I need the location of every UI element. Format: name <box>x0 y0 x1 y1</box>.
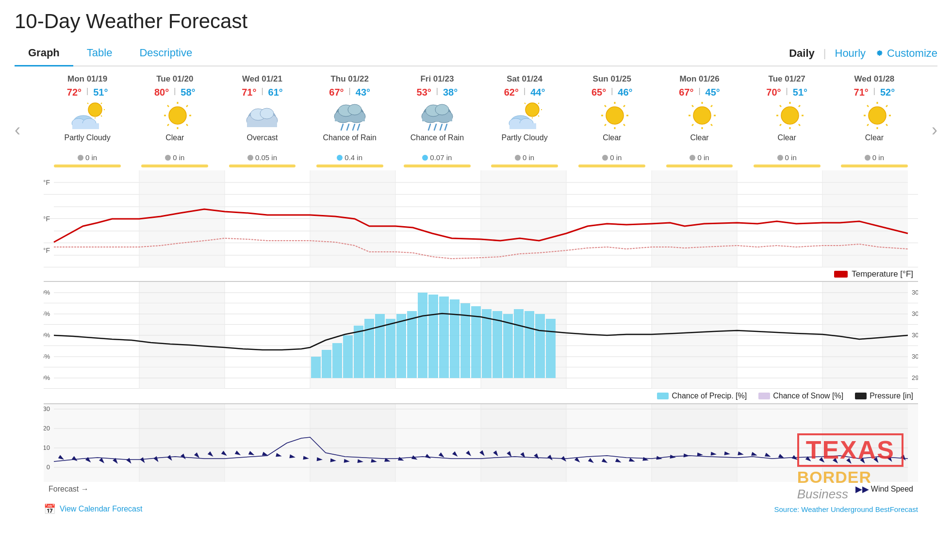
temps-7: 67° | 45° <box>679 87 720 98</box>
svg-rect-143 <box>311 357 321 378</box>
svg-marker-229 <box>615 458 622 464</box>
weather-icon-6 <box>594 101 629 130</box>
svg-text:0%: 0% <box>44 374 50 381</box>
tab-descriptive[interactable]: Descriptive <box>126 41 206 66</box>
svg-text:40 °F: 40 °F <box>44 247 50 254</box>
tab-table[interactable]: Table <box>73 41 126 66</box>
temp-hi-9: 71° <box>854 87 869 98</box>
svg-text:100%: 100% <box>44 289 50 296</box>
svg-text:75%: 75% <box>44 310 50 317</box>
precip-amount-5: 0 in <box>523 153 534 162</box>
svg-marker-228 <box>602 459 608 465</box>
svg-marker-204 <box>276 453 282 458</box>
svg-rect-159 <box>482 309 492 378</box>
precip-2: 0.05 in <box>247 153 277 162</box>
svg-text:30.13: 30.13 <box>912 331 918 339</box>
svg-line-91 <box>886 124 887 126</box>
weather-icon-4 <box>420 101 455 130</box>
temps-3: 67° | 43° <box>329 87 370 98</box>
footer: 📅 View Calendar Forecast Source: Weather… <box>44 503 918 515</box>
day-name-7: Mon 01/26 <box>679 74 719 84</box>
svg-rect-149 <box>375 314 385 378</box>
nav-left-arrow[interactable]: ‹ <box>15 120 20 140</box>
svg-rect-106 <box>139 170 225 267</box>
hourly-view-link[interactable]: Hourly <box>835 47 866 60</box>
precip-9: 0 in <box>865 153 884 162</box>
svg-rect-169 <box>652 404 737 482</box>
svg-point-75 <box>781 107 799 124</box>
svg-rect-146 <box>343 335 353 378</box>
svg-line-72 <box>692 124 693 126</box>
temp-lo-7: 45° <box>706 87 720 98</box>
condition-5: Partly Cloudy <box>502 133 548 151</box>
svg-text:20: 20 <box>44 425 50 432</box>
pressure-legend-item: Pressure [in] <box>855 392 913 400</box>
temp-legend-label: Temperature [°F] <box>852 269 913 279</box>
days-row: Mon 01/19 72° | 51° Partly Cloudy 0 in T… <box>44 71 918 170</box>
wind-chart: 30 20 10 0 Forecast → ▶▶ Wind Speed <box>44 403 918 496</box>
precip-3: 0.4 in <box>337 153 362 162</box>
temp-lo-4: 38° <box>443 87 458 98</box>
watermark-business: Business <box>797 487 903 502</box>
svg-line-65 <box>605 105 606 107</box>
condition-3: Chance of Rain <box>323 133 377 151</box>
svg-point-46 <box>525 103 539 116</box>
separator: | <box>823 47 826 60</box>
svg-line-73 <box>711 124 712 126</box>
svg-rect-162 <box>514 309 524 378</box>
svg-text:10: 10 <box>44 444 50 451</box>
svg-rect-167 <box>310 404 395 482</box>
day-name-9: Wed 01/28 <box>854 74 894 84</box>
svg-point-57 <box>606 107 624 124</box>
calendar-link[interactable]: 📅 View Calendar Forecast <box>44 503 142 515</box>
svg-line-16 <box>186 105 188 107</box>
precip-dot-1 <box>165 155 171 161</box>
svg-marker-201 <box>235 451 242 457</box>
svg-point-66 <box>693 107 711 124</box>
tab-graph[interactable]: Graph <box>15 41 73 66</box>
svg-marker-226 <box>574 457 581 464</box>
temp-lo-9: 52° <box>880 87 895 98</box>
svg-text:30.01: 30.01 <box>912 353 918 360</box>
day-col-7: Mon 01/26 67° | 45° Clear 0 in <box>656 71 743 170</box>
day-name-2: Wed 01/21 <box>242 74 282 84</box>
svg-marker-230 <box>629 458 636 463</box>
precip-dot-6 <box>602 155 608 161</box>
svg-line-92 <box>867 105 869 107</box>
svg-line-83 <box>780 105 781 107</box>
day-col-2: Wed 01/21 71° | 61° Overcast 0.05 in <box>218 71 306 170</box>
svg-rect-148 <box>364 319 374 378</box>
calendar-text[interactable]: View Calendar Forecast <box>60 505 142 513</box>
svg-rect-29 <box>335 116 365 121</box>
calendar-icon: 📅 <box>44 503 56 515</box>
svg-point-31 <box>348 104 361 115</box>
nav-right-arrow[interactable]: › <box>932 120 937 140</box>
watermark-texas: TEXAS <box>797 433 903 467</box>
svg-rect-56 <box>509 123 536 129</box>
day-name-6: Sun 01/25 <box>593 74 631 84</box>
precip-amount-8: 0 in <box>785 153 797 162</box>
svg-rect-147 <box>354 326 363 378</box>
snow-legend-item: Chance of Snow [%] <box>758 392 843 400</box>
svg-rect-165 <box>546 319 556 378</box>
temp-lo-3: 43° <box>356 87 370 98</box>
customize-button[interactable]: Customize <box>874 47 937 60</box>
svg-line-32 <box>341 124 343 130</box>
svg-line-89 <box>886 105 887 107</box>
precip-dot-8 <box>777 155 783 161</box>
condition-2: Overcast <box>246 133 278 151</box>
svg-text:60 °F: 60 °F <box>44 215 50 223</box>
temps-5: 62° | 44° <box>504 87 545 98</box>
svg-text:0: 0 <box>47 463 50 471</box>
temps-9: 71° | 52° <box>854 87 895 98</box>
watermark-border: BORDER <box>797 468 903 487</box>
svg-text:25%: 25% <box>44 353 50 360</box>
page-title: 10-Day Weather Forecast <box>15 10 937 33</box>
temps-2: 71° | 61° <box>242 87 283 98</box>
weather-icon-7 <box>682 101 717 130</box>
svg-rect-163 <box>525 311 534 378</box>
svg-rect-145 <box>332 343 342 378</box>
day-col-4: Fri 01/23 53° | 38° Chance of Rain 0.07 … <box>394 71 481 170</box>
precip-legend: Chance of Precip. [%] Chance of Snow [%]… <box>44 389 918 403</box>
svg-marker-191 <box>99 458 106 464</box>
